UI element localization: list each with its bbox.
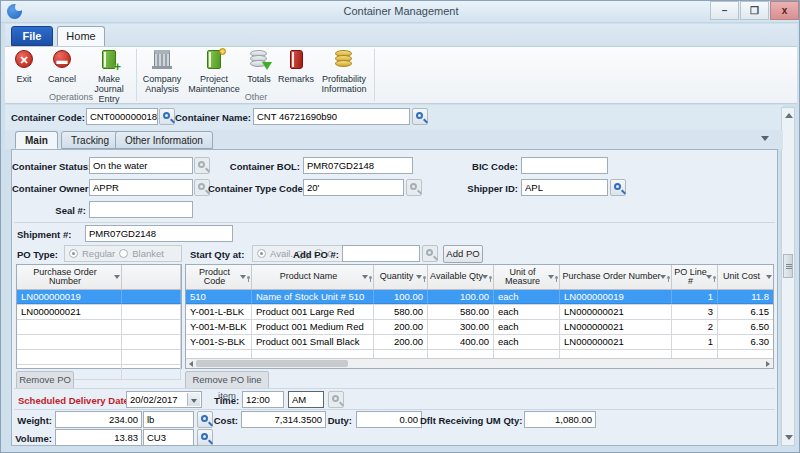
container-type-code-input[interactable]: 20' bbox=[303, 179, 404, 196]
volume-uom-lookup-button[interactable] bbox=[197, 429, 213, 446]
col-quantity[interactable]: Quantity bbox=[374, 265, 428, 289]
scheduled-delivery-date-input[interactable]: 20/02/2017 bbox=[126, 391, 202, 408]
filter-icon[interactable] bbox=[660, 275, 666, 279]
container-type-code-lookup-button[interactable] bbox=[406, 179, 422, 196]
filter-icon[interactable] bbox=[548, 275, 554, 279]
remove-po-button[interactable]: Remove PO bbox=[16, 371, 74, 389]
po-grid-header[interactable]: Purchase Order Number bbox=[17, 265, 122, 289]
remove-po-line-item-button[interactable]: Remove PO line item bbox=[185, 371, 269, 389]
scrollbar-thumb[interactable] bbox=[196, 360, 348, 367]
add-po-button[interactable]: Add PO bbox=[443, 245, 483, 263]
pin-icon[interactable] bbox=[555, 276, 558, 279]
scroll-left-icon[interactable] bbox=[189, 361, 193, 367]
col-product-name[interactable]: Product Name bbox=[252, 265, 374, 289]
filter-icon[interactable] bbox=[482, 275, 488, 279]
col-product-code[interactable]: Product Code bbox=[186, 265, 252, 289]
maximize-button[interactable]: ❐ bbox=[740, 1, 769, 20]
col-available-qty[interactable]: Available Qty bbox=[428, 265, 494, 289]
add-po-input[interactable] bbox=[342, 245, 420, 262]
scrollbar-thumb[interactable] bbox=[783, 254, 793, 278]
project-maintenance-button[interactable]: Project Maintenance bbox=[185, 48, 243, 92]
shipper-id-input[interactable]: APL bbox=[521, 179, 608, 196]
tab-main[interactable]: Main bbox=[15, 131, 58, 149]
journal-plus-icon: + bbox=[98, 49, 120, 70]
radio-blanket[interactable] bbox=[119, 249, 128, 258]
close-button[interactable]: x bbox=[770, 1, 799, 20]
ampm-input[interactable]: AM bbox=[288, 391, 324, 408]
line-grid-row[interactable]: Y-001-M-BLK Product 001 Medium Red 200.0… bbox=[186, 320, 773, 335]
pin-icon[interactable] bbox=[489, 276, 492, 279]
container-owner-input[interactable]: APPR bbox=[89, 179, 193, 196]
container-header-row: Container Code: CNT000000018 Container N… bbox=[5, 105, 783, 130]
line-grid-row[interactable]: 510 Name of Stock Unit # 510 100.00 100.… bbox=[186, 290, 773, 305]
cancel-button[interactable]: ▬ Cancel bbox=[43, 48, 81, 92]
po-grid-row[interactable]: LN000000021 bbox=[17, 305, 181, 320]
line-grid-row[interactable]: Y-001-L-BLK Product 001 Large Red 580.00… bbox=[186, 305, 773, 320]
weight-uom-input[interactable]: lb bbox=[143, 411, 194, 428]
group-label-operations: Operations bbox=[5, 92, 137, 102]
line-grid-horizontal-scrollbar[interactable] bbox=[186, 358, 773, 368]
scroll-right-icon[interactable] bbox=[766, 361, 770, 367]
make-journal-entry-button[interactable]: + Make Journal Entry bbox=[83, 48, 135, 92]
tab-home[interactable]: Home bbox=[57, 26, 105, 46]
po-type-label: PO Type: bbox=[17, 249, 58, 260]
bic-code-input[interactable] bbox=[521, 157, 608, 174]
volume-input[interactable]: 13.83 bbox=[55, 429, 142, 446]
filter-icon[interactable] bbox=[362, 275, 368, 279]
container-name-lookup-button[interactable] bbox=[412, 108, 428, 125]
totals-button[interactable]: Totals bbox=[243, 48, 275, 92]
shipper-id-lookup-button[interactable] bbox=[610, 179, 626, 196]
container-status-lookup-button[interactable] bbox=[194, 157, 210, 174]
chevron-down-icon[interactable] bbox=[761, 136, 769, 141]
seal-input[interactable] bbox=[89, 201, 193, 218]
col-purchase-order-number[interactable]: Purchase Order Number bbox=[560, 265, 672, 289]
radio-regular[interactable] bbox=[69, 249, 78, 258]
col-unit-of-measure[interactable]: Unit of Measure bbox=[494, 265, 560, 289]
container-bol-input[interactable]: PMR07GD2148 bbox=[303, 157, 413, 174]
col-po-line[interactable]: PO Line # bbox=[672, 265, 718, 289]
pin-icon[interactable] bbox=[667, 276, 670, 279]
weight-input[interactable]: 234.00 bbox=[55, 411, 142, 428]
volume-label: Volume: bbox=[12, 433, 52, 444]
pin-icon[interactable] bbox=[369, 276, 372, 279]
container-type-code-label: Container Type Code: bbox=[208, 183, 300, 194]
container-code-input[interactable]: CNT000000018 bbox=[86, 108, 158, 125]
remarks-button[interactable]: Remarks bbox=[275, 48, 317, 92]
container-code-lookup-button[interactable] bbox=[159, 108, 175, 125]
ampm-lookup-button[interactable] bbox=[328, 391, 344, 408]
shipment-input[interactable]: PMR07GD2148 bbox=[85, 225, 233, 242]
dflt-receiving-label: Dflt Receiving UM Qty: bbox=[420, 415, 520, 426]
container-name-input[interactable]: CNT 46721690b90 bbox=[253, 108, 410, 125]
pin-icon[interactable] bbox=[713, 276, 716, 279]
pin-icon[interactable] bbox=[423, 276, 426, 279]
tab-other-information[interactable]: Other Information bbox=[115, 131, 213, 149]
line-grid-row[interactable]: Y-001-S-BLK Product 001 Small Black 200.… bbox=[186, 335, 773, 350]
calendar-dropdown-icon[interactable] bbox=[187, 393, 200, 406]
col-unit-cost[interactable]: Unit Cost bbox=[718, 265, 773, 289]
po-grid-row[interactable]: LN000000019 bbox=[17, 290, 181, 305]
volume-uom-input[interactable]: CU3 bbox=[143, 429, 194, 446]
filter-icon[interactable] bbox=[416, 275, 422, 279]
filter-icon[interactable] bbox=[114, 275, 120, 279]
cost-input[interactable]: 7,314.3500 bbox=[241, 411, 326, 428]
container-status-input[interactable]: On the water bbox=[89, 157, 193, 174]
filter-icon[interactable] bbox=[240, 275, 246, 279]
pin-icon[interactable] bbox=[247, 276, 250, 279]
filter-icon[interactable] bbox=[706, 275, 712, 279]
filter-icon[interactable] bbox=[766, 275, 772, 279]
radio-avail-qty[interactable] bbox=[257, 249, 266, 258]
dflt-receiving-input[interactable]: 1,080.00 bbox=[524, 411, 596, 428]
profitability-information-button[interactable]: Profitability Information bbox=[317, 48, 371, 92]
duty-input[interactable]: 0.00 bbox=[356, 411, 422, 428]
scroll-up-icon[interactable] bbox=[785, 113, 793, 118]
tab-tracking[interactable]: Tracking bbox=[61, 131, 119, 149]
add-po-lookup-button[interactable] bbox=[422, 245, 438, 262]
scroll-down-icon[interactable] bbox=[785, 435, 793, 440]
exit-icon: ✕ bbox=[13, 49, 35, 70]
form-vertical-scrollbar[interactable] bbox=[781, 107, 795, 446]
minimize-button[interactable]: – bbox=[710, 1, 739, 20]
time-input[interactable]: 12:00 bbox=[242, 391, 284, 408]
tab-file[interactable]: File bbox=[11, 26, 53, 46]
exit-button[interactable]: ✕ Exit bbox=[9, 48, 39, 92]
company-analysis-button[interactable]: Company Analysis bbox=[139, 48, 185, 92]
